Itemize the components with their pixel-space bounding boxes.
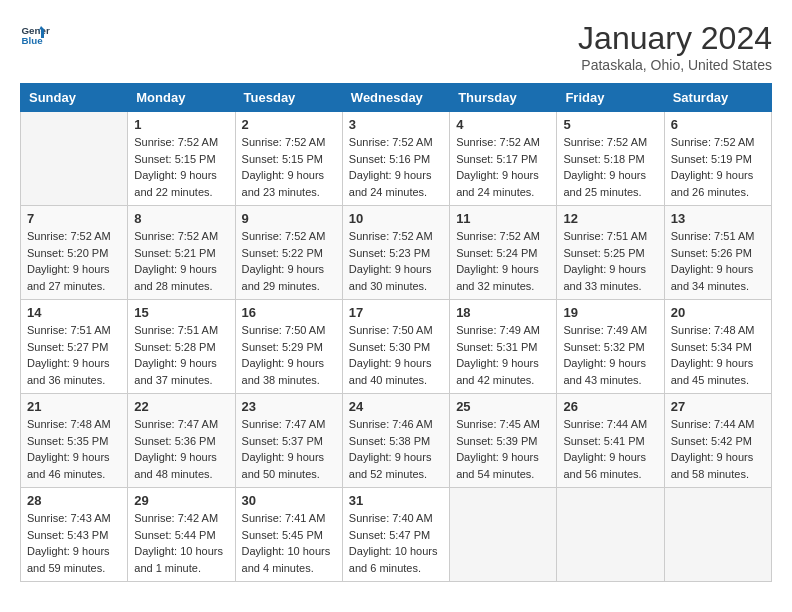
day-info: Sunrise: 7:52 AM Sunset: 5:17 PM Dayligh…	[456, 134, 550, 200]
day-info: Sunrise: 7:52 AM Sunset: 5:15 PM Dayligh…	[134, 134, 228, 200]
weekday-header-friday: Friday	[557, 84, 664, 112]
sunset-text: Sunset: 5:39 PM	[456, 433, 550, 450]
sunrise-text: Sunrise: 7:51 AM	[671, 228, 765, 245]
calendar-title: January 2024	[578, 20, 772, 57]
day-info: Sunrise: 7:47 AM Sunset: 5:36 PM Dayligh…	[134, 416, 228, 482]
calendar-cell: 31 Sunrise: 7:40 AM Sunset: 5:47 PM Dayl…	[342, 488, 449, 582]
sunset-text: Sunset: 5:25 PM	[563, 245, 657, 262]
daylight-text: Daylight: 9 hours and 58 minutes.	[671, 449, 765, 482]
calendar-cell: 11 Sunrise: 7:52 AM Sunset: 5:24 PM Dayl…	[450, 206, 557, 300]
day-info: Sunrise: 7:52 AM Sunset: 5:19 PM Dayligh…	[671, 134, 765, 200]
daylight-text: Daylight: 9 hours and 34 minutes.	[671, 261, 765, 294]
daylight-text: Daylight: 9 hours and 33 minutes.	[563, 261, 657, 294]
calendar-subtitle: Pataskala, Ohio, United States	[578, 57, 772, 73]
day-info: Sunrise: 7:50 AM Sunset: 5:29 PM Dayligh…	[242, 322, 336, 388]
day-number: 13	[671, 211, 765, 226]
day-number: 6	[671, 117, 765, 132]
day-info: Sunrise: 7:51 AM Sunset: 5:25 PM Dayligh…	[563, 228, 657, 294]
calendar-week-row: 21 Sunrise: 7:48 AM Sunset: 5:35 PM Dayl…	[21, 394, 772, 488]
daylight-text: Daylight: 9 hours and 46 minutes.	[27, 449, 121, 482]
day-info: Sunrise: 7:50 AM Sunset: 5:30 PM Dayligh…	[349, 322, 443, 388]
day-number: 1	[134, 117, 228, 132]
day-number: 9	[242, 211, 336, 226]
daylight-text: Daylight: 9 hours and 37 minutes.	[134, 355, 228, 388]
calendar-cell: 15 Sunrise: 7:51 AM Sunset: 5:28 PM Dayl…	[128, 300, 235, 394]
day-info: Sunrise: 7:51 AM Sunset: 5:27 PM Dayligh…	[27, 322, 121, 388]
calendar-cell: 4 Sunrise: 7:52 AM Sunset: 5:17 PM Dayli…	[450, 112, 557, 206]
calendar-cell: 29 Sunrise: 7:42 AM Sunset: 5:44 PM Dayl…	[128, 488, 235, 582]
sunset-text: Sunset: 5:26 PM	[671, 245, 765, 262]
calendar-cell: 20 Sunrise: 7:48 AM Sunset: 5:34 PM Dayl…	[664, 300, 771, 394]
day-info: Sunrise: 7:51 AM Sunset: 5:26 PM Dayligh…	[671, 228, 765, 294]
daylight-text: Daylight: 9 hours and 45 minutes.	[671, 355, 765, 388]
day-number: 5	[563, 117, 657, 132]
calendar-cell: 26 Sunrise: 7:44 AM Sunset: 5:41 PM Dayl…	[557, 394, 664, 488]
calendar-cell: 28 Sunrise: 7:43 AM Sunset: 5:43 PM Dayl…	[21, 488, 128, 582]
calendar-cell: 30 Sunrise: 7:41 AM Sunset: 5:45 PM Dayl…	[235, 488, 342, 582]
calendar-cell: 5 Sunrise: 7:52 AM Sunset: 5:18 PM Dayli…	[557, 112, 664, 206]
daylight-text: Daylight: 9 hours and 24 minutes.	[456, 167, 550, 200]
day-number: 22	[134, 399, 228, 414]
calendar-cell: 6 Sunrise: 7:52 AM Sunset: 5:19 PM Dayli…	[664, 112, 771, 206]
day-number: 2	[242, 117, 336, 132]
day-info: Sunrise: 7:47 AM Sunset: 5:37 PM Dayligh…	[242, 416, 336, 482]
sunset-text: Sunset: 5:31 PM	[456, 339, 550, 356]
daylight-text: Daylight: 9 hours and 36 minutes.	[27, 355, 121, 388]
logo: General Blue	[20, 20, 50, 50]
day-number: 15	[134, 305, 228, 320]
daylight-text: Daylight: 9 hours and 32 minutes.	[456, 261, 550, 294]
day-number: 17	[349, 305, 443, 320]
sunrise-text: Sunrise: 7:52 AM	[456, 228, 550, 245]
calendar-cell: 10 Sunrise: 7:52 AM Sunset: 5:23 PM Dayl…	[342, 206, 449, 300]
sunrise-text: Sunrise: 7:44 AM	[563, 416, 657, 433]
sunset-text: Sunset: 5:34 PM	[671, 339, 765, 356]
sunset-text: Sunset: 5:22 PM	[242, 245, 336, 262]
title-section: January 2024 Pataskala, Ohio, United Sta…	[578, 20, 772, 73]
day-info: Sunrise: 7:40 AM Sunset: 5:47 PM Dayligh…	[349, 510, 443, 576]
daylight-text: Daylight: 9 hours and 38 minutes.	[242, 355, 336, 388]
sunset-text: Sunset: 5:42 PM	[671, 433, 765, 450]
weekday-header-row: SundayMondayTuesdayWednesdayThursdayFrid…	[21, 84, 772, 112]
page-header: General Blue January 2024 Pataskala, Ohi…	[20, 20, 772, 73]
daylight-text: Daylight: 10 hours and 1 minute.	[134, 543, 228, 576]
daylight-text: Daylight: 9 hours and 23 minutes.	[242, 167, 336, 200]
day-number: 30	[242, 493, 336, 508]
sunrise-text: Sunrise: 7:52 AM	[456, 134, 550, 151]
daylight-text: Daylight: 9 hours and 43 minutes.	[563, 355, 657, 388]
day-number: 21	[27, 399, 121, 414]
sunrise-text: Sunrise: 7:52 AM	[134, 228, 228, 245]
day-info: Sunrise: 7:48 AM Sunset: 5:34 PM Dayligh…	[671, 322, 765, 388]
sunrise-text: Sunrise: 7:52 AM	[242, 134, 336, 151]
daylight-text: Daylight: 9 hours and 54 minutes.	[456, 449, 550, 482]
calendar-cell: 16 Sunrise: 7:50 AM Sunset: 5:29 PM Dayl…	[235, 300, 342, 394]
calendar-week-row: 7 Sunrise: 7:52 AM Sunset: 5:20 PM Dayli…	[21, 206, 772, 300]
weekday-header-saturday: Saturday	[664, 84, 771, 112]
weekday-header-tuesday: Tuesday	[235, 84, 342, 112]
daylight-text: Daylight: 9 hours and 22 minutes.	[134, 167, 228, 200]
sunrise-text: Sunrise: 7:41 AM	[242, 510, 336, 527]
day-info: Sunrise: 7:49 AM Sunset: 5:31 PM Dayligh…	[456, 322, 550, 388]
daylight-text: Daylight: 9 hours and 25 minutes.	[563, 167, 657, 200]
sunrise-text: Sunrise: 7:50 AM	[242, 322, 336, 339]
calendar-cell: 25 Sunrise: 7:45 AM Sunset: 5:39 PM Dayl…	[450, 394, 557, 488]
daylight-text: Daylight: 9 hours and 27 minutes.	[27, 261, 121, 294]
sunrise-text: Sunrise: 7:52 AM	[242, 228, 336, 245]
sunset-text: Sunset: 5:21 PM	[134, 245, 228, 262]
day-info: Sunrise: 7:48 AM Sunset: 5:35 PM Dayligh…	[27, 416, 121, 482]
sunrise-text: Sunrise: 7:44 AM	[671, 416, 765, 433]
sunrise-text: Sunrise: 7:49 AM	[563, 322, 657, 339]
sunset-text: Sunset: 5:45 PM	[242, 527, 336, 544]
day-number: 10	[349, 211, 443, 226]
day-number: 14	[27, 305, 121, 320]
day-number: 4	[456, 117, 550, 132]
day-info: Sunrise: 7:44 AM Sunset: 5:42 PM Dayligh…	[671, 416, 765, 482]
sunset-text: Sunset: 5:47 PM	[349, 527, 443, 544]
day-number: 24	[349, 399, 443, 414]
sunset-text: Sunset: 5:44 PM	[134, 527, 228, 544]
weekday-header-sunday: Sunday	[21, 84, 128, 112]
calendar-cell: 3 Sunrise: 7:52 AM Sunset: 5:16 PM Dayli…	[342, 112, 449, 206]
sunset-text: Sunset: 5:20 PM	[27, 245, 121, 262]
daylight-text: Daylight: 9 hours and 40 minutes.	[349, 355, 443, 388]
day-info: Sunrise: 7:43 AM Sunset: 5:43 PM Dayligh…	[27, 510, 121, 576]
sunrise-text: Sunrise: 7:47 AM	[134, 416, 228, 433]
